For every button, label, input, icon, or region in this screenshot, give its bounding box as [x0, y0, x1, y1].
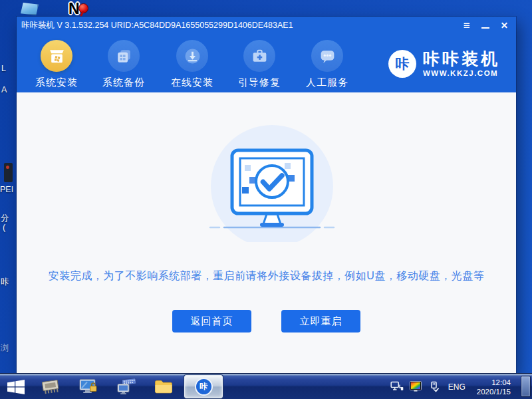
button-row: 返回首页 立即重启: [17, 310, 516, 332]
desktop-icon-label-fragment: A: [1, 85, 7, 94]
window-controls: ≡ ✕: [464, 17, 508, 35]
show-desktop-button[interactable]: [521, 376, 531, 397]
completion-message: 安装完成，为了不影响系统部署，重启前请将外接设备拔掉，例如U盘，移动硬盘，光盘等: [17, 269, 516, 283]
desktop-icon-label-fragment: (: [3, 223, 5, 232]
menu-icon[interactable]: ≡: [464, 20, 470, 31]
folder-icon: [154, 379, 173, 394]
title-bar[interactable]: 咔咔装机 V 3.1.532.254 URID:A5C84DD9A1655055…: [17, 17, 516, 35]
nav-item-system-install[interactable]: 系统安装: [23, 40, 90, 89]
keyboard-monitor-icon: [117, 378, 137, 395]
clock-time: 12:04: [477, 378, 511, 387]
taskbar-display-lock-app[interactable]: [76, 374, 101, 399]
desktop-icon-label-fragment: L: [1, 64, 6, 73]
clock[interactable]: 12:04 2020/1/15: [477, 378, 511, 396]
system-tray: ENG 12:04 2020/1/15: [390, 374, 511, 399]
return-home-button[interactable]: 返回首页: [172, 310, 251, 332]
kaka-logo-icon: 咔: [195, 378, 213, 396]
brand-logo: 咔 咔咔装机 WWW.KKZJ.COM: [388, 35, 500, 92]
desktop-screen-icon[interactable]: [21, 3, 39, 15]
nav-item-online-install[interactable]: 在线安装: [159, 40, 225, 89]
file-explorer-button[interactable]: [151, 374, 176, 399]
desktop-n-app-icon[interactable]: N: [66, 0, 89, 19]
nav-label: 系统安装: [23, 76, 90, 89]
start-button[interactable]: [4, 374, 28, 399]
windows-logo-icon: [7, 380, 25, 394]
network-icon[interactable]: [390, 381, 404, 392]
brand-name: 咔咔装机: [423, 51, 500, 67]
backup-stack-icon: [108, 40, 140, 72]
download-icon: [176, 40, 208, 72]
desktop-icon-label-fragment: PEI: [0, 185, 13, 194]
nav-label: 人工服务: [294, 76, 360, 89]
nav-label: 系统备份: [90, 76, 157, 89]
display-color-icon[interactable]: [410, 381, 422, 392]
nav-label: 在线安装: [159, 76, 225, 89]
minimize-icon[interactable]: [481, 27, 489, 29]
taskbar-kaka-active-button[interactable]: 咔: [184, 375, 223, 398]
nav-label: 引导修复: [226, 76, 293, 89]
monitor-lock-icon: [79, 378, 98, 395]
memory-chip-icon: [40, 378, 61, 396]
install-box-icon: [41, 40, 72, 72]
nav-item-system-backup[interactable]: 系统备份: [90, 40, 157, 89]
clock-date: 2020/1/15: [477, 387, 511, 396]
brand-logo-icon: 咔: [388, 50, 416, 78]
toolbox-icon: [243, 40, 275, 72]
language-indicator[interactable]: ENG: [448, 382, 466, 392]
nav-item-manual-service[interactable]: 人工服务: [294, 40, 360, 89]
nav-bar: 系统安装 系统备份: [17, 35, 516, 92]
nav-item-boot-repair[interactable]: 引导修复: [226, 40, 293, 89]
taskbar: 咔 ENG 12:0: [0, 373, 532, 399]
desktop-icon-label-fragment: 浏: [1, 342, 9, 354]
taskbar-chip-app[interactable]: [39, 374, 63, 399]
brand-site: WWW.KKZJ.COM: [423, 69, 500, 77]
desktop-icon-fragment: [4, 163, 13, 182]
close-icon[interactable]: ✕: [501, 21, 508, 31]
usb-safely-remove-icon[interactable]: [428, 381, 440, 392]
kaka-installer-window: 咔咔装机 V 3.1.532.254 URID:A5C84DD9A1655055…: [17, 17, 516, 373]
restart-now-button[interactable]: 立即重启: [281, 310, 360, 332]
main-content: 安装完成，为了不影响系统部署，重启前请将外接设备拔掉，例如U盘，移动硬盘，光盘等…: [17, 92, 516, 373]
taskbar-keyboard-app[interactable]: [114, 374, 140, 399]
chat-bubble-icon: [311, 40, 343, 72]
desktop-icon-label-fragment: 咔: [1, 277, 9, 288]
window-title: 咔咔装机 V 3.1.532.254 URID:A5C84DD9A1655055…: [21, 20, 293, 31]
success-monitor-illustration: [205, 122, 338, 242]
